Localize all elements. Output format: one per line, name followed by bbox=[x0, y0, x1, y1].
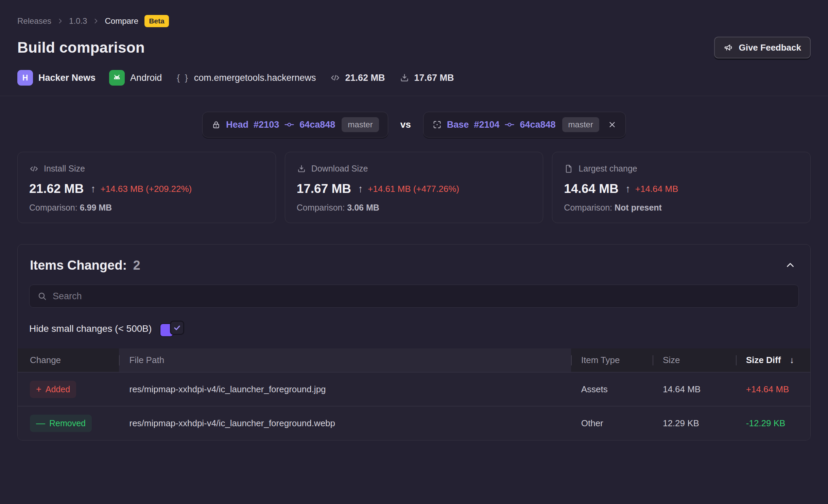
android-icon bbox=[109, 70, 125, 86]
app-name: Hacker News bbox=[38, 73, 96, 83]
chevron-right-icon bbox=[92, 18, 99, 24]
download-icon bbox=[399, 73, 410, 83]
head-commit-sha: 64ca848 bbox=[299, 120, 335, 130]
minus-icon: — bbox=[36, 418, 45, 429]
column-header-change[interactable]: Change bbox=[18, 348, 119, 372]
search-icon bbox=[37, 291, 47, 301]
hide-small-changes-checkbox[interactable] bbox=[160, 320, 187, 338]
base-label: Base bbox=[447, 120, 469, 130]
item-type-cell: Assets bbox=[571, 372, 653, 406]
comparison-label: Comparison: bbox=[297, 203, 345, 212]
download-icon bbox=[297, 164, 306, 174]
braces-icon: { } bbox=[177, 73, 189, 83]
install-size-summary: 21.62 MB bbox=[330, 73, 385, 83]
items-changed-count: 2 bbox=[133, 258, 140, 272]
download-size-value: 17.67 MB bbox=[414, 73, 454, 83]
download-size-card: Download Size 17.67 MB ↑ +14.61 MB (+477… bbox=[285, 152, 544, 223]
card-value: 21.62 MB bbox=[29, 182, 84, 196]
head-branch-badge: master bbox=[342, 117, 379, 132]
size-diff-header-label: Size Diff bbox=[746, 355, 781, 365]
code-icon bbox=[29, 164, 39, 174]
platform-name: Android bbox=[130, 73, 162, 83]
change-label: Removed bbox=[49, 418, 86, 428]
column-header-file-path[interactable]: File Path bbox=[119, 348, 571, 372]
head-label: Head bbox=[226, 120, 248, 130]
size-diff-cell: -12.29 KB bbox=[736, 406, 810, 440]
breadcrumb: Releases 1.0.3 Compare Beta bbox=[17, 15, 811, 27]
code-icon bbox=[330, 73, 340, 83]
megaphone-icon bbox=[724, 42, 734, 53]
column-header-size-diff[interactable]: Size Diff ↓ bbox=[736, 348, 810, 372]
card-label: Install Size bbox=[44, 164, 85, 174]
card-diff: +14.63 MB (+209.22%) bbox=[100, 184, 192, 194]
give-feedback-button[interactable]: Give Feedback bbox=[714, 37, 811, 58]
beta-badge: Beta bbox=[144, 15, 169, 27]
download-size-summary: 17.67 MB bbox=[399, 73, 454, 83]
head-build-pill[interactable]: Head #2103 64ca848 master bbox=[202, 112, 388, 138]
largest-change-card: Largest change 14.64 MB ↑ +14.64 MB Comp… bbox=[552, 152, 811, 223]
plus-icon: + bbox=[36, 384, 41, 395]
card-value: 17.67 MB bbox=[297, 182, 351, 196]
items-changed-title: Items Changed: 2 bbox=[30, 258, 140, 273]
items-changed-table: Change File Path Item Type Size Size Dif… bbox=[18, 348, 810, 440]
file-path-cell: res/mipmap-xxhdpi-v4/ic_launcher_foregro… bbox=[119, 406, 571, 440]
table-header-row: Change File Path Item Type Size Size Dif… bbox=[18, 348, 810, 372]
app-avatar: H bbox=[17, 70, 33, 86]
card-label: Download Size bbox=[311, 164, 368, 174]
commit-icon bbox=[504, 120, 515, 130]
comparison-label: Comparison: bbox=[564, 203, 612, 212]
base-branch-badge: master bbox=[562, 117, 599, 132]
chevron-up-icon bbox=[784, 259, 796, 271]
app-summary-row: H Hacker News Android { } com.emergetool… bbox=[17, 70, 811, 86]
column-header-item-type[interactable]: Item Type bbox=[571, 348, 653, 372]
items-changed-label: Items Changed: bbox=[30, 258, 127, 272]
items-changed-panel: Items Changed: 2 Hide small changes (< 5… bbox=[17, 244, 811, 440]
size-cell: 12.29 KB bbox=[653, 406, 736, 440]
comparison-value: 3.06 MB bbox=[347, 203, 379, 212]
close-icon[interactable] bbox=[608, 120, 617, 129]
compare-selector-row: Head #2103 64ca848 master vs Base #2104 … bbox=[0, 112, 828, 138]
chevron-right-icon bbox=[57, 18, 64, 24]
base-build-number: #2104 bbox=[474, 120, 499, 130]
size-diff-cell: +14.64 MB bbox=[736, 372, 810, 406]
file-icon bbox=[564, 164, 573, 174]
vs-label: vs bbox=[400, 119, 411, 130]
column-header-size[interactable]: Size bbox=[653, 348, 736, 372]
arrow-up-icon: ↑ bbox=[358, 183, 363, 195]
table-row[interactable]: — Removed res/mipmap-xxhdpi-v4/ic_launch… bbox=[18, 406, 810, 440]
size-cell: 14.64 MB bbox=[653, 372, 736, 406]
item-type-cell: Other bbox=[571, 406, 653, 440]
install-size-value: 21.62 MB bbox=[345, 73, 385, 83]
page-header: Releases 1.0.3 Compare Beta Build compar… bbox=[0, 0, 828, 96]
added-badge: + Added bbox=[30, 381, 76, 398]
breadcrumb-releases[interactable]: Releases bbox=[17, 16, 51, 26]
base-build-pill[interactable]: Base #2104 64ca848 master bbox=[423, 112, 626, 138]
sort-desc-icon[interactable]: ↓ bbox=[790, 355, 794, 365]
breadcrumb-version[interactable]: 1.0.3 bbox=[69, 16, 87, 26]
arrow-up-icon: ↑ bbox=[625, 183, 631, 195]
file-path-cell: res/mipmap-xxhdpi-v4/ic_launcher_foregro… bbox=[119, 372, 571, 406]
install-size-card: Install Size 21.62 MB ↑ +14.63 MB (+209.… bbox=[17, 152, 276, 223]
package-id: { } com.emergetools.hackernews bbox=[177, 73, 316, 83]
scan-icon bbox=[432, 120, 442, 129]
arrow-up-icon: ↑ bbox=[90, 183, 96, 195]
card-diff: +14.64 MB bbox=[635, 184, 678, 194]
table-row[interactable]: + Added res/mipmap-xxhdpi-v4/ic_launcher… bbox=[18, 372, 810, 406]
stat-cards-row: Install Size 21.62 MB ↑ +14.63 MB (+209.… bbox=[0, 152, 828, 223]
change-label: Added bbox=[46, 384, 70, 394]
hide-small-changes-label: Hide small changes (< 500B) bbox=[29, 323, 152, 334]
checkbox-box bbox=[170, 321, 184, 335]
comparison-label: Comparison: bbox=[29, 203, 77, 212]
base-commit-sha: 64ca848 bbox=[520, 120, 555, 130]
card-label: Largest change bbox=[579, 164, 637, 174]
comparison-value: 6.99 MB bbox=[80, 203, 112, 212]
lock-icon bbox=[211, 120, 221, 129]
breadcrumb-compare: Compare bbox=[105, 16, 138, 26]
comparison-value: Not present bbox=[615, 203, 662, 212]
removed-badge: — Removed bbox=[30, 415, 92, 432]
search-bar[interactable] bbox=[29, 285, 799, 308]
collapse-section-button[interactable] bbox=[782, 257, 798, 273]
commit-icon bbox=[284, 120, 294, 130]
search-input[interactable] bbox=[53, 291, 791, 302]
page-title: Build comparison bbox=[17, 39, 145, 56]
